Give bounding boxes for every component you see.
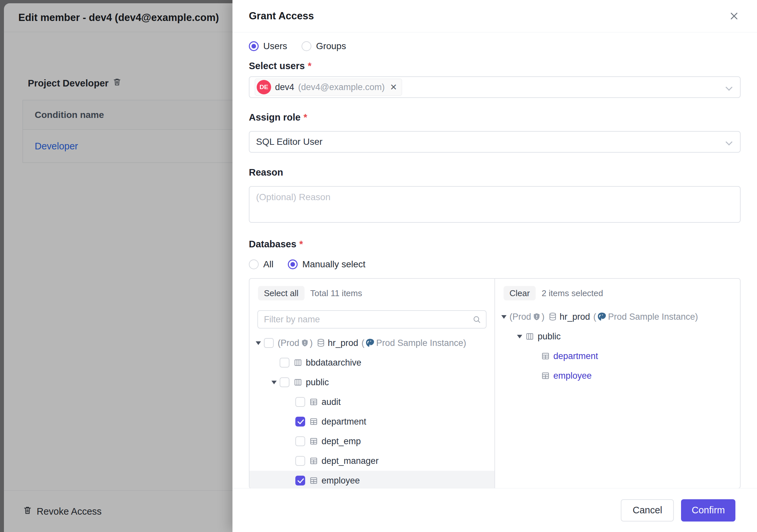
radio-users-label[interactable]: Users bbox=[263, 41, 287, 51]
tree-row-dept_manager[interactable]: dept_manager bbox=[250, 451, 495, 471]
prod-shield-icon bbox=[301, 339, 309, 347]
table-icon bbox=[541, 371, 550, 380]
table-name: dept_manager bbox=[321, 456, 378, 466]
tree-row-hr_prod[interactable]: (Prod)hr_prod(Prod Sample Instance) bbox=[495, 307, 740, 327]
checkbox-audit[interactable] bbox=[295, 397, 305, 407]
radio-groups[interactable]: Groups bbox=[302, 41, 346, 51]
close-icon[interactable] bbox=[728, 10, 741, 23]
checkbox-department[interactable] bbox=[295, 417, 305, 426]
scope-radio-group: Users Groups bbox=[249, 40, 741, 52]
tree-row-hr_prod[interactable]: (Prod)hr_prod(Prod Sample Instance) bbox=[250, 333, 495, 353]
grant-access-modal: Grant Access Users Groups Select user bbox=[232, 0, 757, 532]
select-users-label: Select users* bbox=[249, 60, 741, 72]
postgres-icon bbox=[597, 312, 607, 322]
radio-manually-select-control[interactable] bbox=[288, 260, 298, 269]
assign-role-select[interactable]: SQL Editor User bbox=[249, 131, 741, 153]
checkbox-dept_emp[interactable] bbox=[295, 436, 305, 446]
source-tree: (Prod)hr_prod(Prod Sample Instance)bbdat… bbox=[250, 333, 495, 488]
tree-row-audit[interactable]: audit bbox=[250, 392, 495, 412]
cancel-button[interactable]: Cancel bbox=[621, 499, 674, 521]
checkbox-dept_manager[interactable] bbox=[295, 456, 305, 466]
schema-name: public bbox=[306, 377, 329, 388]
assign-role-label: Assign role* bbox=[249, 111, 741, 123]
table-name: department bbox=[321, 417, 366, 427]
reason-label: Reason bbox=[249, 167, 741, 178]
table-icon bbox=[541, 352, 550, 361]
tree-row-department[interactable]: department bbox=[250, 412, 495, 431]
avatar: DE bbox=[257, 80, 271, 94]
table-name: dept_emp bbox=[321, 436, 361, 447]
total-items-label: Total 11 items bbox=[310, 288, 362, 298]
table-icon bbox=[309, 417, 318, 426]
select-all-button[interactable]: Select all bbox=[258, 286, 305, 300]
tree-row-dept_emp[interactable]: dept_emp bbox=[250, 431, 495, 451]
user-chip: DE dev4 (dev4@example.com) ✕ bbox=[255, 78, 402, 96]
table-name[interactable]: employee bbox=[553, 371, 591, 381]
tree-row-department[interactable]: department bbox=[495, 346, 740, 366]
checkbox-bbdataarchive[interactable] bbox=[280, 358, 289, 367]
radio-groups-label[interactable]: Groups bbox=[316, 41, 346, 51]
radio-manually-select-label[interactable]: Manually select bbox=[302, 259, 365, 269]
filter-field bbox=[257, 310, 487, 329]
database-icon bbox=[316, 338, 326, 348]
user-chip-email: (dev4@example.com) bbox=[298, 82, 385, 92]
table-icon bbox=[309, 397, 318, 407]
database-name: hr_prod bbox=[560, 312, 590, 322]
database-icon bbox=[548, 312, 558, 322]
radio-users[interactable]: Users bbox=[249, 41, 287, 51]
assign-role-value: SQL Editor User bbox=[256, 137, 322, 147]
app-background: Edit member - dev4 (dev4@example.com) Pr… bbox=[0, 0, 757, 532]
tree-row-bbdataarchive[interactable]: bbdataarchive bbox=[250, 353, 495, 372]
postgres-icon bbox=[365, 338, 375, 348]
table-name[interactable]: department bbox=[553, 351, 598, 361]
modal-footer: Cancel Confirm bbox=[232, 488, 757, 532]
radio-manually-select[interactable]: Manually select bbox=[288, 259, 365, 269]
tree-row-public[interactable]: public bbox=[250, 372, 495, 392]
target-tree: (Prod)hr_prod(Prod Sample Instance)publi… bbox=[495, 307, 740, 488]
database-transfer: Select all Total 11 items (Prod)hr_prod(… bbox=[249, 278, 741, 488]
caret-down-icon[interactable] bbox=[514, 335, 525, 338]
modal-header: Grant Access bbox=[232, 0, 757, 32]
checkbox-public[interactable] bbox=[280, 377, 289, 387]
checkbox-hr_prod[interactable] bbox=[264, 338, 274, 348]
database-name: hr_prod bbox=[328, 338, 358, 348]
caret-down-icon[interactable] bbox=[253, 341, 264, 345]
remove-user-icon[interactable]: ✕ bbox=[390, 82, 397, 92]
databases-label: Databases* bbox=[249, 238, 741, 250]
checkbox-employee[interactable] bbox=[295, 476, 305, 485]
filter-input[interactable] bbox=[257, 310, 487, 329]
radio-all-label[interactable]: All bbox=[263, 259, 273, 269]
table-icon bbox=[309, 437, 318, 446]
chevron-down-icon[interactable] bbox=[726, 139, 733, 145]
source-panel: Select all Total 11 items (Prod)hr_prod(… bbox=[250, 279, 495, 488]
user-chip-name: dev4 bbox=[275, 82, 294, 92]
caret-down-icon[interactable] bbox=[498, 315, 509, 319]
tree-row-employee[interactable]: employee bbox=[495, 366, 740, 386]
schema-icon bbox=[293, 358, 303, 367]
radio-users-control[interactable] bbox=[249, 41, 259, 51]
select-users-input[interactable]: DE dev4 (dev4@example.com) ✕ bbox=[249, 76, 741, 98]
modal-body: Users Groups Select users* DE dev4 (dev4… bbox=[232, 32, 757, 488]
schema-name: bbdataarchive bbox=[306, 358, 361, 368]
table-icon bbox=[309, 476, 318, 485]
chevron-down-icon[interactable] bbox=[726, 84, 733, 91]
tree-row-employee[interactable]: employee bbox=[250, 471, 495, 488]
table-name: employee bbox=[321, 476, 360, 486]
table-icon bbox=[309, 456, 318, 465]
tree-row-public[interactable]: public bbox=[495, 327, 740, 346]
radio-groups-control[interactable] bbox=[302, 41, 311, 51]
radio-all[interactable]: All bbox=[249, 259, 273, 269]
schema-icon bbox=[525, 332, 534, 341]
selected-count-label: 2 items selected bbox=[542, 288, 603, 298]
caret-down-icon[interactable] bbox=[268, 381, 280, 384]
reason-textarea[interactable] bbox=[249, 186, 741, 223]
prod-shield-icon bbox=[532, 313, 541, 321]
schema-name: public bbox=[538, 331, 561, 342]
table-name: audit bbox=[321, 397, 341, 407]
clear-button[interactable]: Clear bbox=[503, 286, 536, 300]
radio-all-control[interactable] bbox=[249, 260, 259, 269]
schema-icon bbox=[293, 378, 303, 387]
databases-mode-radio-group: All Manually select bbox=[249, 258, 741, 271]
confirm-button[interactable]: Confirm bbox=[681, 499, 735, 521]
modal-title: Grant Access bbox=[249, 10, 314, 22]
